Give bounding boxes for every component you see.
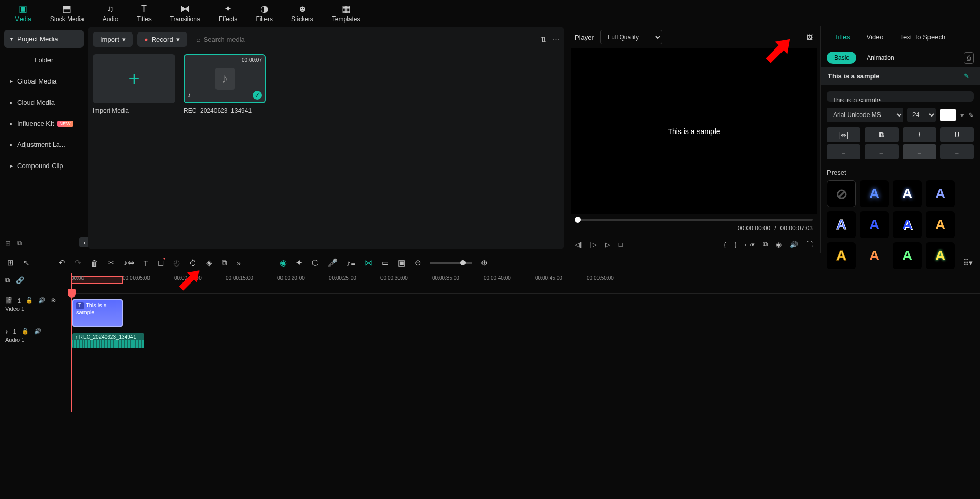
preset-9[interactable]: A xyxy=(860,242,889,269)
shield-icon[interactable]: ⬡ xyxy=(312,258,319,268)
bold-button[interactable]: B xyxy=(865,127,898,142)
play-button-icon[interactable]: ▷ xyxy=(605,241,610,248)
audio-clip[interactable]: ♪ REC_20240623_134941 xyxy=(72,333,144,348)
delete-icon[interactable]: 🗑 xyxy=(91,259,98,268)
track-options-icon[interactable]: ⠿▾ xyxy=(963,258,973,268)
eyedropper-icon[interactable]: ✎ xyxy=(968,111,974,119)
frame-icon[interactable]: ▭ xyxy=(381,258,389,268)
timeline-tracks[interactable]: 00:00 00:00:05:00 00:00:10:00 00:00:15:0… xyxy=(71,273,980,412)
playhead[interactable] xyxy=(71,273,72,412)
bracket-close-icon[interactable]: } xyxy=(735,241,737,248)
sidebar-cloud-media[interactable]: ▸Cloud Media xyxy=(4,93,84,111)
preset-7[interactable]: A xyxy=(926,211,955,238)
spacing-button[interactable]: |⇔| xyxy=(827,127,860,142)
align-right-button[interactable]: ≡ xyxy=(940,144,974,159)
sidebar-compound-clip[interactable]: ▸Compound Clip xyxy=(4,157,84,175)
mute-icon[interactable]: 🔊 xyxy=(34,328,41,335)
filter-icon[interactable]: ⇅ xyxy=(541,36,546,43)
lock-icon[interactable]: 🔓 xyxy=(22,328,29,335)
title-textarea[interactable]: This is a sample xyxy=(827,91,974,102)
zoom-out-icon[interactable]: ⊖ xyxy=(414,258,421,268)
lock-icon[interactable]: 🔓 xyxy=(26,297,33,304)
sidebar-influence-kit[interactable]: ▸Influence KitNEW xyxy=(4,114,84,132)
cut-icon[interactable]: ✂ xyxy=(108,258,114,268)
pointer-icon[interactable]: ↖ xyxy=(23,258,30,268)
font-select[interactable]: Arial Unicode MS xyxy=(827,108,903,122)
subtab-basic[interactable]: Basic xyxy=(827,52,856,64)
mute-icon[interactable]: 🔊 xyxy=(38,297,45,304)
ai-edit-icon[interactable]: ✎⁺ xyxy=(964,72,973,80)
redo-icon[interactable]: ↷ xyxy=(75,258,81,268)
zoom-slider[interactable] xyxy=(430,262,472,264)
ratio-icon[interactable]: ▭▾ xyxy=(745,241,755,248)
marker-icon[interactable]: ▣ xyxy=(398,258,405,268)
search-media-input[interactable] xyxy=(204,36,296,43)
video-track-header[interactable]: 🎬1🔓🔊👁 Video 1 xyxy=(0,294,71,325)
player-progress[interactable] xyxy=(575,219,813,221)
camera-icon[interactable]: ◉ xyxy=(776,241,782,248)
preset-11[interactable]: A xyxy=(926,242,955,269)
prev-frame-icon[interactable]: ◁| xyxy=(575,241,582,248)
subtab-animation[interactable]: Animation xyxy=(859,52,901,64)
nav-stock-media[interactable]: ⬒Stock Media xyxy=(41,1,93,25)
play-icon[interactable]: |▷ xyxy=(590,241,596,248)
nav-templates[interactable]: ▦Templates xyxy=(323,1,370,25)
preset-8[interactable]: A xyxy=(827,242,856,269)
audio-stretch-icon[interactable]: ♪⇔ xyxy=(124,258,135,268)
nav-effects[interactable]: ✦Effects xyxy=(209,1,246,25)
speed-icon[interactable]: ◴ xyxy=(173,258,180,268)
visible-icon[interactable]: 👁 xyxy=(51,297,56,304)
undo-icon[interactable]: ↶ xyxy=(59,258,65,268)
link-view-icon[interactable]: ⧉ xyxy=(5,276,10,285)
stop-icon[interactable]: □ xyxy=(619,241,623,248)
nav-transitions[interactable]: ⧓Transitions xyxy=(161,1,209,25)
sidebar-adjustment-layer[interactable]: ▸Adjustment La... xyxy=(4,136,84,154)
nav-stickers[interactable]: ☻Stickers xyxy=(282,2,323,25)
more-tools-icon[interactable]: » xyxy=(237,259,241,268)
more-icon[interactable]: ⋯ xyxy=(553,36,559,43)
bracket-open-icon[interactable]: { xyxy=(724,241,726,248)
screen-icon[interactable]: ⧉ xyxy=(763,240,768,248)
grid-icon[interactable]: ⊞ xyxy=(7,258,14,268)
tab-text-to-speech[interactable]: Text To Speech xyxy=(892,28,954,46)
crop-icon[interactable]: ◻● xyxy=(158,258,164,268)
record-button[interactable]: ●Record▾ xyxy=(137,32,187,47)
text-icon[interactable]: T xyxy=(144,259,148,268)
media-clip-card[interactable]: ♪ 00:00:07 ♪ ✓ REC_20240623_134941 xyxy=(184,54,266,114)
nav-audio[interactable]: ♫Audio xyxy=(93,2,128,25)
audio-track-header[interactable]: ♪1🔓🔊 Audio 1 xyxy=(0,325,71,356)
folder-icon[interactable]: ⧉ xyxy=(17,239,22,247)
preset-10[interactable]: A xyxy=(893,242,922,269)
sidebar-global-media[interactable]: ▸Global Media xyxy=(4,72,84,90)
timer-icon[interactable]: ⏱ xyxy=(189,259,197,268)
quality-select[interactable]: Full Quality xyxy=(600,30,662,44)
preset-3[interactable]: A xyxy=(926,180,955,207)
sparkle-icon[interactable]: ✦ xyxy=(296,258,303,268)
align-center-button[interactable]: ≡ xyxy=(865,144,898,159)
link-icon[interactable]: 🔗 xyxy=(16,276,24,285)
save-preset-icon[interactable]: ⎙ xyxy=(964,52,974,64)
import-button[interactable]: Import▾ xyxy=(93,32,133,47)
tab-video[interactable]: Video xyxy=(858,28,892,46)
group-icon[interactable]: ⧉ xyxy=(222,258,227,268)
nav-media[interactable]: ▣Media xyxy=(5,1,41,25)
zoom-in-icon[interactable]: ⊕ xyxy=(481,258,488,268)
mic-icon[interactable]: 🎤 xyxy=(328,258,338,268)
preset-2[interactable]: A xyxy=(893,180,922,207)
tab-titles[interactable]: Titles xyxy=(826,28,858,46)
font-color-swatch[interactable] xyxy=(940,109,956,121)
color-chevron-icon[interactable]: ▾ xyxy=(960,111,964,119)
magnet-icon[interactable]: ⋈ xyxy=(364,258,372,268)
underline-button[interactable]: U xyxy=(940,127,974,142)
nav-filters[interactable]: ◑Filters xyxy=(246,1,282,25)
preset-6[interactable]: A xyxy=(893,211,922,238)
import-media-card[interactable]: + Import Media xyxy=(93,54,175,114)
ai-icon[interactable]: ◉ xyxy=(280,258,287,268)
project-media-header[interactable]: ▾Project Media xyxy=(4,30,84,48)
fullscreen-icon[interactable]: ⛶ xyxy=(806,241,813,248)
timeline-ruler[interactable]: 00:00 00:00:05:00 00:00:10:00 00:00:15:0… xyxy=(71,273,980,294)
italic-button[interactable]: I xyxy=(903,127,936,142)
video-clip[interactable]: TThis is a sample xyxy=(72,299,123,327)
volume-icon[interactable]: 🔊 xyxy=(790,241,798,248)
music-list-icon[interactable]: ♪≡ xyxy=(347,259,355,268)
